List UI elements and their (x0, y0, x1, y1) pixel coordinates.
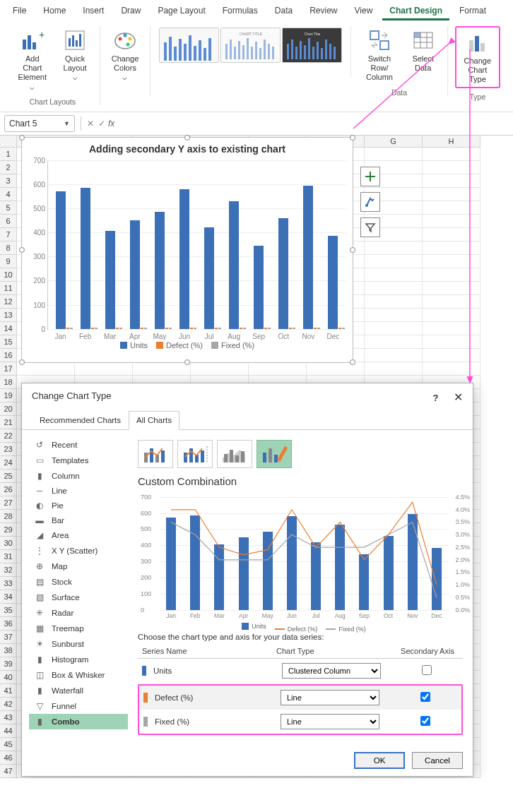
cell[interactable] (365, 309, 423, 322)
row-header[interactable]: 41 (0, 684, 17, 698)
menu-formulas[interactable]: Formulas (216, 3, 265, 20)
chart-type-column[interactable]: ▮Column (29, 468, 128, 484)
row-header[interactable]: 14 (0, 322, 17, 335)
cell[interactable] (307, 362, 365, 376)
cell[interactable] (133, 362, 191, 376)
chart-type-templates[interactable]: ▭Templates (29, 453, 128, 468)
chart-type-box---whisker[interactable]: ◫Box & Whisker (29, 667, 128, 683)
row-header[interactable]: 8 (0, 241, 17, 255)
quick-layout-button[interactable]: QuickLayout ⌵ (58, 26, 93, 84)
chart-type-select[interactable]: Line (281, 690, 379, 705)
menu-chart-design[interactable]: Chart Design (382, 3, 449, 20)
name-box[interactable]: Chart 5 ▼ (4, 115, 75, 132)
row-header[interactable]: 21 (0, 416, 17, 429)
cell[interactable] (365, 148, 423, 161)
row-header[interactable]: 10 (0, 268, 17, 282)
row-header[interactable]: 29 (0, 523, 17, 537)
dialog-tab[interactable]: Recommended Charts (32, 411, 129, 429)
row-header[interactable]: 39 (0, 657, 17, 671)
help-button[interactable]: ? (432, 393, 438, 403)
row-header[interactable]: 34 (0, 590, 17, 604)
chart-type-area[interactable]: ◢Area (29, 527, 128, 543)
select-data-button[interactable]: SelectData (406, 26, 440, 74)
row-header[interactable]: 4 (0, 188, 17, 201)
row-header[interactable]: 20 (0, 402, 17, 416)
row-header[interactable]: 19 (0, 389, 17, 402)
row-header[interactable]: 22 (0, 429, 17, 443)
cancel-formula-icon[interactable]: ✕ (87, 119, 94, 129)
cell[interactable] (365, 241, 423, 255)
combo-subtype-1[interactable] (138, 440, 173, 468)
row-header[interactable]: 5 (0, 201, 17, 215)
secondary-axis-checkbox[interactable] (420, 692, 430, 702)
column-header[interactable]: H (423, 136, 480, 148)
combo-subtype-2[interactable] (177, 440, 213, 468)
cell[interactable] (423, 201, 480, 215)
row-header[interactable]: 15 (0, 335, 17, 349)
add-chart-element-button[interactable]: + Add ChartElement ⌵ (13, 26, 52, 93)
menu-home[interactable]: Home (36, 3, 73, 20)
menu-review[interactable]: Review (302, 3, 344, 20)
row-header[interactable]: 24 (0, 456, 17, 470)
row-header[interactable]: 2 (0, 161, 17, 174)
cell[interactable] (423, 295, 480, 309)
row-header[interactable]: 42 (0, 698, 17, 711)
chart-style-3[interactable]: Chart Title (282, 28, 342, 63)
chart-type-select[interactable]: Clustered Column (282, 663, 381, 679)
cell[interactable] (423, 188, 480, 201)
chart-style-2[interactable]: CHART TITLE (220, 28, 281, 63)
cell[interactable] (423, 349, 480, 362)
row-header[interactable]: 44 (0, 724, 17, 738)
menu-data[interactable]: Data (268, 3, 300, 20)
chart-type-treemap[interactable]: ▦Treemap (29, 621, 128, 636)
cell[interactable] (249, 362, 307, 376)
row-header[interactable]: 46 (0, 751, 17, 765)
chart-style-1[interactable] (159, 28, 219, 63)
row-header[interactable]: 38 (0, 644, 17, 657)
row-header[interactable]: 40 (0, 671, 17, 684)
chart-elements-button[interactable] (360, 167, 380, 186)
row-header[interactable]: 1 (0, 148, 17, 161)
chart-type-histogram[interactable]: ▮Histogram (29, 652, 128, 667)
row-header[interactable]: 11 (0, 282, 17, 295)
row-header[interactable]: 36 (0, 617, 17, 631)
change-chart-type-button[interactable]: ChangeChart Type (457, 28, 498, 86)
menu-insert[interactable]: Insert (76, 3, 111, 20)
cell[interactable] (365, 268, 423, 282)
cell[interactable] (423, 322, 480, 335)
cell[interactable] (365, 295, 423, 309)
chart-type-waterfall[interactable]: ▮Waterfall (29, 683, 128, 698)
chart-filters-button[interactable] (360, 217, 380, 237)
cell[interactable] (423, 282, 480, 295)
chart-type-radar[interactable]: ✳Radar (29, 605, 128, 621)
cell[interactable] (365, 322, 423, 335)
cell[interactable] (423, 228, 480, 241)
cell[interactable] (365, 349, 423, 362)
chart-styles-button[interactable] (360, 192, 380, 212)
row-header[interactable]: 27 (0, 496, 17, 510)
column-header[interactable]: G (365, 136, 423, 148)
cell[interactable] (191, 362, 249, 376)
fx-label[interactable]: fx (108, 119, 114, 129)
row-header[interactable]: 28 (0, 510, 17, 523)
chart-title[interactable]: Adding secondary Y axis to existing char… (22, 138, 353, 160)
embedded-chart[interactable]: Adding secondary Y axis to existing char… (21, 137, 353, 363)
row-header[interactable]: 7 (0, 228, 17, 241)
row-header[interactable]: 37 (0, 631, 17, 644)
row-header[interactable]: 31 (0, 550, 17, 563)
chart-type-funnel[interactable]: ▽Funnel (29, 698, 128, 714)
cell[interactable] (423, 148, 480, 161)
chart-type-line[interactable]: ─Line (29, 484, 128, 498)
secondary-axis-checkbox[interactable] (420, 716, 430, 726)
ok-button[interactable]: OK (354, 752, 405, 769)
row-header[interactable]: 9 (0, 255, 17, 268)
cell[interactable] (365, 335, 423, 349)
cell[interactable] (423, 241, 480, 255)
row-header[interactable]: 33 (0, 577, 17, 590)
cancel-button[interactable]: Cancel (412, 752, 463, 769)
cell[interactable] (423, 161, 480, 174)
row-header[interactable]: 43 (0, 711, 17, 724)
formula-input[interactable] (117, 116, 509, 131)
cell[interactable] (365, 255, 423, 268)
row-header[interactable]: 18 (0, 376, 17, 389)
